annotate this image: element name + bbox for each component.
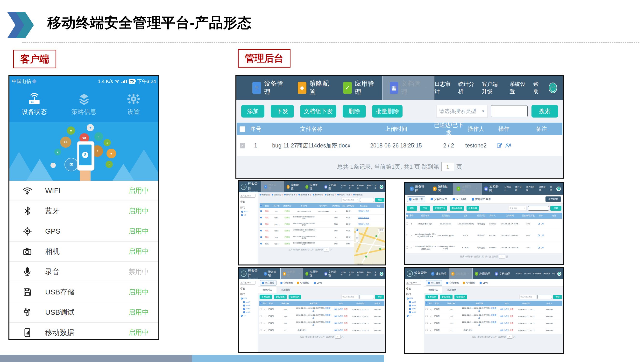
tree-checkbox[interactable] bbox=[243, 305, 245, 307]
action-locate[interactable]: 设备定位 bbox=[353, 194, 362, 196]
nav-tab-doc[interactable]: ▦ 文档管理 bbox=[482, 183, 504, 195]
tree-item-default[interactable]: 默认 bbox=[407, 297, 423, 300]
tab-device-status[interactable]: 设备状态 bbox=[10, 93, 59, 116]
action-disconnect[interactable]: 断连通信0 bbox=[260, 194, 270, 196]
batch-cancel-button[interactable]: 批量取消 bbox=[288, 295, 301, 299]
tree-checkbox[interactable] bbox=[241, 315, 243, 317]
nav-tab-policy[interactable]: ◆ 策略配置 bbox=[280, 268, 303, 280]
edit-link[interactable]: 编辑 bbox=[334, 315, 338, 317]
list-item[interactable]: 移动数据 启用中 bbox=[10, 323, 158, 340]
page-input[interactable] bbox=[507, 335, 512, 339]
nav-tab-policy[interactable]: ◆ 策略配置 bbox=[449, 268, 472, 280]
user-search-input[interactable] bbox=[240, 194, 256, 198]
table-row[interactable]: 2 已启用 333 2018-06-25 — 2018-06-25 使用期.. … bbox=[425, 313, 562, 320]
list-item[interactable]: 录音 禁用中 bbox=[10, 262, 158, 282]
list-item[interactable]: GPS 启用中 bbox=[10, 221, 158, 242]
assign-link[interactable]: 作用人 bbox=[338, 329, 344, 331]
assign-user-icon[interactable] bbox=[542, 234, 544, 237]
subtab-app-uninstall[interactable]: 应用卸载 bbox=[452, 197, 466, 201]
nav-link[interactable]: 系统设置 bbox=[543, 273, 550, 275]
dispatch-policy-button[interactable]: 下发策略 bbox=[260, 295, 272, 299]
table-row[interactable]: 离线 test1 已激活 868805033760874-86880503371… bbox=[260, 215, 384, 221]
search-button[interactable]: 搜索 bbox=[553, 295, 562, 299]
nav-tab-policy[interactable]: ◆ 策略配置 bbox=[284, 181, 303, 192]
table-row[interactable]: 2 已启用 333 2018-06-25 — 2018-06-25 使用期.. … bbox=[259, 313, 384, 320]
nav-link[interactable]: 日志审计 bbox=[341, 184, 347, 189]
action-factory-reset[interactable]: 恢复出厂设置0 bbox=[337, 194, 352, 196]
assign-link[interactable]: 作用人 bbox=[504, 308, 510, 310]
row-checkbox[interactable] bbox=[426, 315, 428, 317]
tree-item[interactable]: test4 bbox=[409, 301, 423, 303]
subtab-uninstall-protect[interactable]: 防卸载白名单 bbox=[472, 197, 491, 201]
assign-link[interactable]: 作用人 bbox=[504, 315, 510, 317]
nav-link[interactable]: 帮助 bbox=[552, 273, 556, 275]
tree-checkbox[interactable] bbox=[241, 298, 243, 300]
assign-user-icon[interactable] bbox=[542, 246, 544, 249]
tab-policy-list[interactable]: 策略列表 bbox=[258, 287, 276, 293]
nav-link[interactable]: 统计分析 bbox=[524, 273, 531, 275]
map-zoom-slider[interactable] bbox=[356, 229, 359, 243]
row-checkbox[interactable] bbox=[260, 217, 262, 218]
tree-item[interactable]: test1 bbox=[243, 304, 257, 307]
nav-tab-device[interactable]: ≡ 设备管理 bbox=[407, 183, 430, 195]
subtab-fence-policy[interactable]: 围栏策略 bbox=[426, 280, 442, 286]
edit-icon[interactable] bbox=[538, 246, 540, 249]
disable-link[interactable]: 停用 bbox=[344, 308, 348, 310]
dispatch-policy-button[interactable]: 下发策略 bbox=[426, 295, 438, 299]
tree-item[interactable]: test2 bbox=[409, 308, 423, 310]
edit-link[interactable]: 编辑 bbox=[500, 322, 504, 324]
tab-policy-list[interactable]: 策略列表 bbox=[424, 287, 442, 293]
search-button[interactable]: 搜索 bbox=[532, 105, 558, 117]
tree-item-default[interactable]: 默认 bbox=[241, 210, 257, 213]
subtab-vpn[interactable]: VPN bbox=[480, 282, 488, 284]
view-location-link[interactable]: 查看定位信息 bbox=[355, 210, 372, 212]
nav-tab-app[interactable]: ✓ 应用管理 bbox=[303, 181, 322, 192]
table-row[interactable]: 离线 aa3 已激活 860988032408918 18177879441 Y… bbox=[260, 208, 384, 215]
select-all-checkbox[interactable] bbox=[260, 302, 262, 304]
edit-link[interactable]: 编辑 bbox=[334, 322, 338, 324]
tree-item[interactable]: test2 bbox=[243, 308, 257, 310]
table-row[interactable]: 4 已启用 111 摄像头管控 编辑 作用人 停用 2018-06-25 11:… bbox=[425, 327, 562, 334]
tree-checkbox[interactable] bbox=[409, 305, 411, 307]
tree-item-y1[interactable]: Y1 bbox=[241, 315, 257, 317]
nav-tab-app[interactable]: ✓ 应用管理 bbox=[472, 268, 492, 279]
edit-link[interactable]: 编辑 bbox=[500, 308, 504, 310]
select-all-checkbox[interactable] bbox=[406, 215, 408, 217]
action-bt-blacklist[interactable]: 蓝牙黑名单0 bbox=[298, 194, 311, 196]
nav-tab-device[interactable]: ≡ 设备管理 bbox=[429, 268, 449, 279]
power-icon[interactable] bbox=[380, 272, 384, 276]
tree-item[interactable]: test1 bbox=[409, 304, 423, 307]
search-button[interactable]: 搜索 bbox=[375, 198, 384, 202]
page-input[interactable] bbox=[442, 162, 454, 171]
table-row[interactable]: 3 AndroidES文件浏览器1813187.apk com.estrongs… bbox=[406, 242, 562, 253]
nav-tab-app[interactable]: ✓ 应用管理 bbox=[303, 268, 322, 279]
edit-icon[interactable] bbox=[496, 142, 503, 149]
row-checkbox[interactable] bbox=[426, 308, 428, 310]
row-checkbox[interactable] bbox=[260, 230, 262, 231]
list-item[interactable]: WIFI 启用中 bbox=[10, 181, 158, 201]
subtab-compliance-policy[interactable]: 合规策略 bbox=[280, 281, 293, 285]
nav-link[interactable]: 系统设置 bbox=[366, 184, 373, 189]
nav-link[interactable]: 客户端升级 bbox=[357, 271, 364, 276]
row-checkbox[interactable] bbox=[260, 210, 262, 212]
tree-checkbox[interactable] bbox=[409, 311, 411, 313]
dispatch-button[interactable]: 下发 bbox=[420, 206, 430, 211]
search-type-select[interactable]: 应用名称 bbox=[508, 206, 527, 211]
assign-link[interactable]: 作用人 bbox=[338, 308, 344, 310]
add-button[interactable]: 添加 bbox=[407, 206, 417, 211]
search-input[interactable] bbox=[538, 295, 552, 299]
edit-link[interactable]: 编辑 bbox=[500, 329, 504, 331]
table-row[interactable]: 1 ofo共享单车.apk so.ofo.labofo 1.90.0(build… bbox=[406, 219, 562, 229]
action-net-whitelist[interactable]: 网络白名单0 bbox=[284, 194, 297, 196]
map-zoom-button[interactable]: 放大 bbox=[378, 228, 384, 232]
list-item[interactable]: 蓝牙 启用中 bbox=[10, 201, 158, 221]
tree-checkbox[interactable] bbox=[407, 298, 408, 300]
tree-checkbox[interactable] bbox=[241, 211, 243, 213]
page-input[interactable] bbox=[499, 255, 505, 259]
table-row[interactable]: 3 已启用 222 2018-06-25 — 2018-06-25 使用期.. … bbox=[259, 320, 384, 327]
subtab-fence-policy[interactable]: 围栏策略 bbox=[260, 280, 276, 286]
nav-link[interactable]: 系统设置 bbox=[539, 186, 548, 192]
nav-tab-device[interactable]: ≡ 设备管理 bbox=[246, 76, 292, 100]
row-checkbox[interactable] bbox=[240, 143, 245, 148]
list-item[interactable]: USB调试 启用中 bbox=[10, 302, 158, 323]
